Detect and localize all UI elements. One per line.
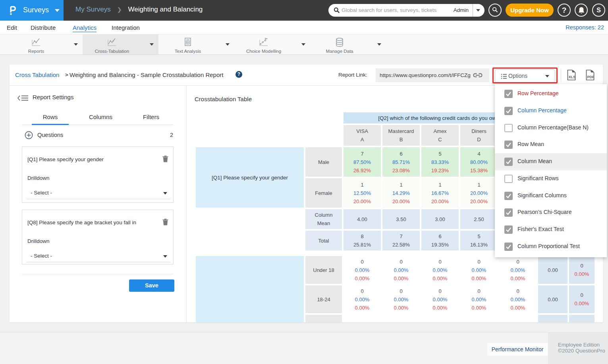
svg-text:XLS: XLS bbox=[569, 75, 576, 79]
svg-text:PDF: PDF bbox=[587, 75, 595, 79]
